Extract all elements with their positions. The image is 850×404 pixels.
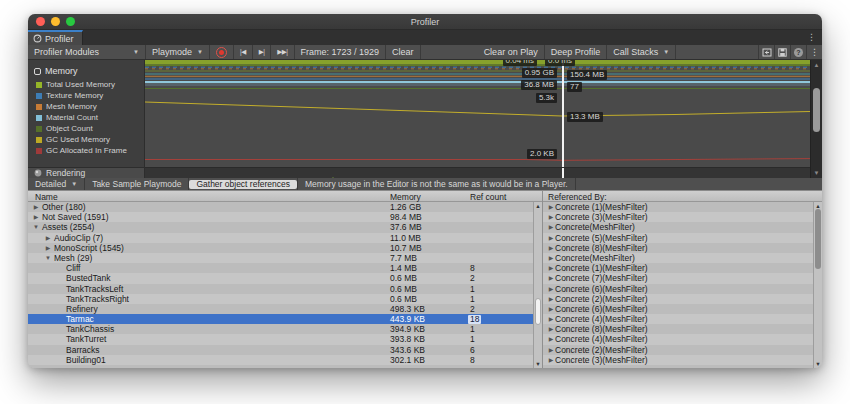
table-row[interactable]: TankTurret 393.8 KB 1 <box>28 334 542 344</box>
legend-item[interactable]: Object Count <box>28 123 144 134</box>
scrollbar-thumb[interactable] <box>813 88 820 132</box>
call-stacks-dropdown[interactable]: Call Stacks ▼ <box>607 45 676 59</box>
column-refcount[interactable]: Ref count <box>470 192 506 202</box>
table-row[interactable]: TankChassis 394.9 KB 1 <box>28 324 542 334</box>
table-row[interactable]: TankTracksLeft 0.6 MB 1 <box>28 284 542 294</box>
list-item[interactable]: ▶ Concrete (7)(MeshFilter) <box>543 273 822 283</box>
legend-item[interactable]: GC Allocated In Frame <box>28 145 144 156</box>
list-item[interactable]: ▶ Concrete (1)(MeshFilter) <box>543 202 822 212</box>
legend-item[interactable]: Mesh Memory <box>28 101 144 112</box>
table-row[interactable]: BustedTank 0.6 MB 2 <box>28 273 542 283</box>
list-item[interactable]: ▶ Concrete (4)(MeshFilter) <box>543 314 822 324</box>
scrollbar-thumb[interactable] <box>815 209 821 269</box>
take-sample-button[interactable]: Take Sample Playmode <box>85 178 189 190</box>
list-item[interactable]: ▶ Concrete (8)(MeshFilter) <box>543 324 822 334</box>
tree-arrow-icon[interactable]: ▶ <box>32 212 40 222</box>
current-frame-button[interactable]: ▶▶| <box>271 45 294 59</box>
tab-menu-icon[interactable]: ⋮ <box>807 32 816 43</box>
legend-label: Mesh Memory <box>46 103 97 111</box>
tree-arrow-icon[interactable]: ▶ <box>32 202 40 212</box>
chevron-down-icon: ▼ <box>197 49 203 55</box>
list-item[interactable]: ▶ Concrete (4)(MeshFilter) <box>543 334 822 344</box>
referenced-by-scrollbar[interactable]: ▲ ▼ <box>813 202 822 368</box>
legend-item[interactable]: GC Used Memory <box>28 134 144 145</box>
list-item[interactable] <box>543 365 822 368</box>
tree-arrow-icon[interactable]: ▶ <box>44 243 52 253</box>
scroll-up-icon[interactable]: ▲ <box>811 61 822 69</box>
legend-item[interactable]: Texture Memory <box>28 90 144 101</box>
next-frame-button[interactable]: ▶| <box>253 45 272 59</box>
row-name: TankTracksLeft <box>66 284 123 294</box>
table-row[interactable]: ▶ MonoScript (1545) 10.7 MB <box>28 243 542 253</box>
tab-profiler[interactable]: Profiler <box>28 30 83 45</box>
memory-chart-plot[interactable]: 0.04 ms 0.0 ms 0.95 GB 36.8 MB 5.3k 2.0 … <box>145 60 810 167</box>
memory-usage-info-label: Memory usage in the Editor is not the sa… <box>298 178 576 190</box>
table-row[interactable]: Barracks 343.6 KB 6 <box>28 345 542 355</box>
chart-vertical-scrollbar[interactable]: ▲ ▼ <box>810 60 822 178</box>
rendering-chart-sliver[interactable] <box>145 167 810 178</box>
table-row[interactable]: TankTracksRight 0.6 MB 1 <box>28 294 542 304</box>
table-row[interactable]: ▶ Other (180) 1.26 GB <box>28 202 542 212</box>
profiler-modules-dropdown[interactable]: Profiler Modules ▼ <box>28 45 146 59</box>
deep-profile-toggle[interactable]: Deep Profile <box>545 45 608 59</box>
memory-module-icon <box>34 68 41 75</box>
tree-arrow-icon[interactable]: ▼ <box>32 222 40 232</box>
scroll-down-icon[interactable]: ▼ <box>534 360 542 368</box>
more-options-button[interactable]: ⋮ <box>806 45 822 59</box>
list-item[interactable]: ▶ Concrete (5)(MeshFilter) <box>543 233 822 243</box>
table-row[interactable]: Tarmac 443.9 KB 18 <box>28 314 542 324</box>
list-item[interactable]: ▶ Concrete(MeshFilter) <box>543 253 822 263</box>
table-row[interactable]: ▶ AudioClip (7) 11.0 MB <box>28 233 542 243</box>
table-header[interactable]: Name Memory Ref count <box>28 191 542 202</box>
clear-on-play-toggle[interactable]: Clear on Play <box>478 45 545 59</box>
table-row[interactable]: Refinery 498.3 KB 2 <box>28 304 542 314</box>
table-row[interactable]: ▶ Not Saved (1591) 98.4 MB <box>28 212 542 222</box>
list-item[interactable]: ▶ Concrete(MeshFilter) <box>543 222 822 232</box>
table-row[interactable]: Cliff 1.4 MB 8 <box>28 263 542 273</box>
legend-item[interactable]: Total Used Memory <box>28 79 144 90</box>
load-profile-button[interactable] <box>758 45 774 59</box>
table-row[interactable]: ▼ Mesh (29) 7.7 MB <box>28 253 542 263</box>
scroll-down-icon[interactable]: ▼ <box>811 169 822 177</box>
row-memory: 7.7 MB <box>390 253 417 263</box>
tree-arrow-icon[interactable]: ▶ <box>44 233 52 243</box>
reference-label: Concrete(MeshFilter) <box>555 222 635 232</box>
table-row[interactable]: ▼ Assets (2554) 37.6 MB <box>28 222 542 232</box>
clear-button[interactable]: Clear <box>386 45 421 59</box>
table-vertical-scrollbar[interactable]: ▲ ▼ <box>533 202 542 368</box>
previous-frame-button[interactable]: |◀ <box>234 45 253 59</box>
list-item[interactable]: ▶ Concrete (6)(MeshFilter) <box>543 304 822 314</box>
rendering-module-header[interactable]: Rendering <box>28 167 144 178</box>
table-row[interactable] <box>28 365 542 368</box>
tree-arrow-icon[interactable]: ▼ <box>44 253 52 263</box>
help-button[interactable]: ? <box>790 45 806 59</box>
scroll-up-icon[interactable]: ▲ <box>534 202 542 210</box>
rendering-chart-series <box>145 171 810 178</box>
list-item[interactable]: ▶ Concrete (3)(MeshFilter) <box>543 355 822 365</box>
memory-chart[interactable]: 0.04 ms 0.0 ms 0.95 GB 36.8 MB 5.3k 2.0 … <box>145 60 810 178</box>
memory-module-header[interactable]: Memory <box>28 60 144 79</box>
gather-object-references-toggle[interactable]: Gather object references <box>189 180 297 189</box>
list-item[interactable]: ▶ Concrete (1)(MeshFilter) <box>543 263 822 273</box>
scroll-down-icon[interactable]: ▼ <box>814 360 822 368</box>
title-bar[interactable]: Profiler <box>28 14 822 30</box>
column-memory[interactable]: Memory <box>390 192 421 202</box>
column-name[interactable]: Name <box>35 192 58 202</box>
tree-arrow-icon: ▶ <box>547 334 555 344</box>
tab-bar: Profiler ⋮ <box>28 30 822 45</box>
list-item[interactable]: ▶ Concrete (3)(MeshFilter) <box>543 212 822 222</box>
selected-frame-line[interactable] <box>562 60 564 167</box>
list-item[interactable]: ▶ Concrete (8)(MeshFilter) <box>543 243 822 253</box>
record-button[interactable] <box>210 45 234 59</box>
chevron-down-icon: ▼ <box>663 49 669 55</box>
reference-label: Concrete (4)(MeshFilter) <box>555 314 648 324</box>
scrollbar-thumb[interactable] <box>535 298 541 325</box>
legend-item[interactable]: Material Count <box>28 112 144 123</box>
list-item[interactable]: ▶ Concrete (6)(MeshFilter) <box>543 284 822 294</box>
detailed-view-dropdown[interactable]: Detailed ▼ <box>28 178 85 190</box>
list-item[interactable]: ▶ Concrete (2)(MeshFilter) <box>543 345 822 355</box>
playmode-dropdown[interactable]: Playmode ▼ <box>146 45 210 59</box>
list-item[interactable]: ▶ Concrete (2)(MeshFilter) <box>543 294 822 304</box>
table-row[interactable]: Building01 302.1 KB 8 <box>28 355 542 365</box>
save-profile-button[interactable] <box>774 45 790 59</box>
